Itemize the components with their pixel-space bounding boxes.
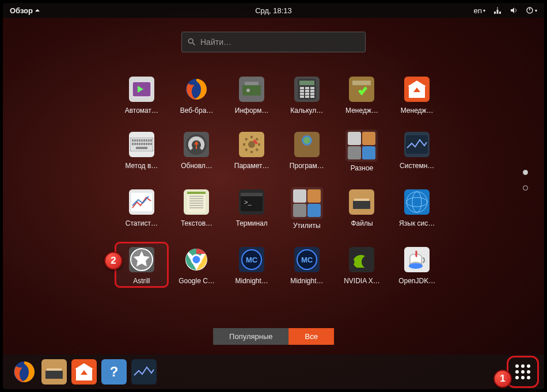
- svg-rect-14: [299, 81, 314, 85]
- dock: ?: [3, 355, 544, 389]
- network-icon[interactable]: [493, 6, 502, 14]
- input-lang[interactable]: en: [474, 6, 485, 15]
- dock-firefox[interactable]: [11, 359, 37, 385]
- svg-text:MC: MC: [301, 256, 313, 264]
- svg-rect-24: [300, 96, 304, 98]
- app-label: Метод в…: [125, 162, 158, 170]
- mc2-icon: MC: [292, 245, 322, 275]
- svg-rect-18: [300, 90, 304, 92]
- svg-rect-19: [305, 90, 309, 92]
- app-folder1[interactable]: Разное: [336, 127, 389, 174]
- svg-rect-98: [45, 371, 63, 379]
- app-label: Калькул…: [290, 106, 323, 115]
- svg-rect-45: [143, 143, 145, 145]
- app-label: Файлы: [351, 219, 373, 227]
- activities-button[interactable]: Обзор: [10, 6, 40, 15]
- svg-rect-38: [148, 139, 150, 142]
- svg-rect-37: [146, 139, 147, 142]
- mc1-icon: MC: [237, 245, 267, 275]
- svg-rect-59: [250, 136, 253, 138]
- app-label: Статист…: [126, 219, 158, 227]
- app-calculator[interactable]: Калькул…: [280, 72, 333, 117]
- app-label: Astrill: [133, 277, 150, 285]
- power-icon[interactable]: [526, 6, 537, 14]
- svg-rect-28: [352, 81, 371, 85]
- tab-all[interactable]: Все: [289, 328, 334, 345]
- app-globe-box[interactable]: Програм…: [280, 127, 333, 174]
- java-icon: [402, 245, 432, 275]
- search-box[interactable]: [181, 32, 366, 52]
- dock-software[interactable]: [71, 359, 97, 385]
- search-input[interactable]: [200, 37, 359, 47]
- app-language[interactable]: Язык сис…: [390, 185, 443, 232]
- dock-monitor[interactable]: [131, 359, 157, 385]
- language-icon: [402, 187, 432, 217]
- svg-rect-10: [242, 85, 261, 96]
- app-mc1[interactable]: MCMidnight…: [225, 242, 278, 287]
- svg-rect-1: [497, 10, 499, 14]
- svg-rect-25: [305, 96, 309, 98]
- monitor-icon: [402, 130, 432, 159]
- search-icon: [188, 38, 196, 46]
- keyboard-icon: [127, 130, 157, 159]
- page-dot-1[interactable]: [523, 170, 528, 175]
- tab-popular[interactable]: Популярные: [213, 328, 288, 345]
- app-label: Парамет…: [234, 162, 269, 170]
- svg-text:?: ?: [110, 364, 119, 379]
- svg-rect-36: [143, 139, 145, 142]
- software-icon: [402, 74, 432, 104]
- app-keyboard[interactable]: Метод в…: [115, 127, 168, 174]
- volume-icon[interactable]: [510, 6, 518, 14]
- app-updater[interactable]: Обновл…: [170, 127, 223, 174]
- app-gedit[interactable]: Текстов…: [170, 185, 223, 232]
- app-label: Разное: [351, 164, 374, 172]
- app-firefox[interactable]: Веб-бра…: [170, 72, 223, 117]
- automount-icon: [127, 74, 157, 104]
- app-label: OpenJDK…: [398, 277, 435, 285]
- svg-rect-97: [47, 368, 62, 371]
- app-java[interactable]: OpenJDK…: [390, 242, 443, 287]
- page-dot-2[interactable]: [523, 185, 528, 191]
- app-software[interactable]: Менедж…: [390, 72, 443, 117]
- svg-rect-26: [310, 96, 314, 98]
- app-label: Текстов…: [181, 219, 212, 227]
- app-label: Програм…: [290, 162, 324, 170]
- app-label: Midnight…: [290, 277, 323, 285]
- app-chrome[interactable]: Google C…: [170, 242, 223, 287]
- svg-rect-48: [150, 143, 152, 145]
- dock-files[interactable]: [41, 359, 67, 385]
- app-nvidia[interactable]: NVIDIA X…: [336, 242, 389, 287]
- app-monitor[interactable]: Системн…: [390, 127, 443, 174]
- app-folder2[interactable]: Утилиты: [280, 185, 333, 232]
- app-astrill[interactable]: Astrill: [115, 242, 168, 287]
- app-hardinfo[interactable]: Информ…: [225, 72, 278, 117]
- svg-rect-78: [354, 199, 369, 201]
- folder-icon: [291, 187, 323, 219]
- svg-rect-33: [136, 139, 138, 142]
- svg-rect-79: [353, 201, 370, 209]
- chrome-icon: [181, 245, 211, 275]
- app-terminal[interactable]: >_Терминал: [225, 185, 278, 232]
- package-icon: [347, 74, 377, 104]
- app-label: Терминал: [236, 219, 268, 227]
- app-automount[interactable]: Автомат…: [115, 72, 168, 117]
- svg-rect-35: [141, 139, 143, 142]
- clock[interactable]: Срд, 18:13: [255, 6, 292, 15]
- astrill-icon: [127, 245, 157, 275]
- top-bar: Обзор Срд, 18:13 en: [3, 3, 544, 18]
- svg-rect-21: [300, 93, 304, 95]
- app-stats[interactable]: Статист…: [115, 185, 168, 232]
- show-apps-button[interactable]: [510, 359, 536, 385]
- app-label: Менедж…: [345, 106, 378, 115]
- svg-point-6: [188, 39, 193, 43]
- svg-rect-11: [245, 82, 259, 85]
- app-files[interactable]: Файлы: [336, 185, 389, 232]
- app-mc2[interactable]: MCMidnight…: [280, 242, 333, 287]
- app-label: Менедж…: [401, 106, 434, 115]
- dock-help[interactable]: ?: [101, 359, 127, 385]
- annotation-badge-2: 2: [104, 252, 123, 270]
- app-settings[interactable]: Парамет…: [225, 127, 278, 174]
- svg-rect-39: [150, 139, 152, 142]
- app-package[interactable]: Менедж…: [336, 72, 389, 117]
- folder-icon: [345, 130, 378, 162]
